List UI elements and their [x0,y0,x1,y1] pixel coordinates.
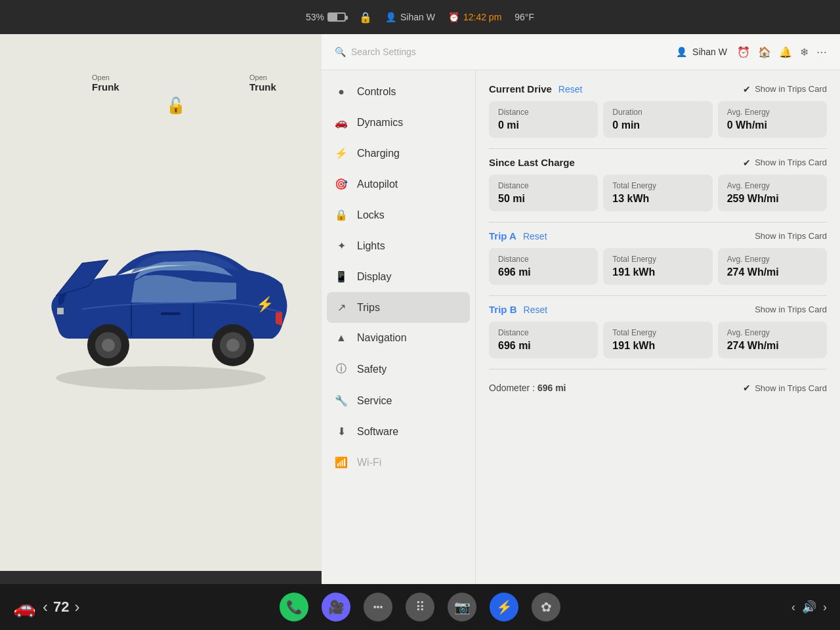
sidebar-item-lights[interactable]: ✦ Lights [322,230,475,261]
trip-a-show-trips-label: Show in Trips Card [755,231,827,241]
search-icon: 🔍 [335,47,346,57]
sidebar-item-autopilot[interactable]: 🎯 Autopilot [322,169,475,200]
settings-body: ● Controls 🚗 Dynamics ⚡ Charging 🎯 Autop… [322,70,840,630]
right-panel: 🔍 Search Settings 👤 Sihan W ⏰ 🏠 🔔 ❄ ⋯ ● [322,34,840,630]
display-label: Display [357,271,391,283]
since-last-charge-stats: Distance 50 mi Total Energy 13 kWh Avg. … [489,175,827,211]
since-last-charge-header: Since Last Charge ✔ Show in Trips Card [489,157,827,168]
odometer-check: ✔ [743,383,751,393]
current-drive-reset[interactable]: Reset [558,84,583,94]
trip-b-reset[interactable]: Reset [524,304,548,315]
trip-b-total-energy: Total Energy 191 kWh [603,322,712,358]
frunk-open-label: Open [92,74,119,81]
sidebar-item-navigation[interactable]: ▲ Navigation [322,323,475,353]
slc-total-energy-value: 13 kWh [612,193,703,205]
trip-a-total-energy-label: Total Energy [612,255,703,264]
vol-left-button[interactable]: ‹ [791,600,795,614]
time-info: ⏰ 12:42 pm [448,12,501,22]
car-svg [30,211,292,394]
odometer-show-trips[interactable]: ✔ Show in Trips Card [743,383,827,393]
controls-icon: ● [335,86,348,98]
service-icon: 🔧 [335,394,348,407]
trip-b-show-trips-label: Show in Trips Card [755,304,827,314]
since-last-charge-show-trips[interactable]: ✔ Show in Trips Card [743,158,827,168]
trip-a-distance-label: Distance [498,255,589,264]
trip-a-distance-value: 696 mi [498,266,589,278]
trip-a-show-trips[interactable]: Show in Trips Card [755,231,827,241]
user-name: Sihan W [400,12,435,22]
lights-icon: ✦ [335,240,348,252]
taskbar-right: ‹ 🔊 › [791,600,827,614]
odometer-show-trips-label: Show in Trips Card [755,383,827,393]
header-user: 👤 Sihan W [676,47,727,57]
trunk-label[interactable]: Open Trunk [249,74,276,93]
safety-icon: ⓘ [335,362,348,376]
header-clock-icon: ⏰ [737,46,750,58]
grid-button[interactable]: ⠿ [406,593,434,621]
svg-rect-7 [161,312,180,315]
sidebar-item-charging[interactable]: ⚡ Charging [322,138,475,169]
current-time: 12:42 pm [463,12,501,22]
current-drive-stats: Distance 0 mi Duration 0 min Avg. Energy… [489,101,827,138]
sidebar-item-dynamics[interactable]: 🚗 Dynamics [322,107,475,138]
slc-avg-energy: Avg. Energy 259 Wh/mi [718,175,827,211]
car-status-icon: 🚗 [13,597,36,618]
current-drive-show-trips[interactable]: ✔ Show in Trips Card [743,84,827,94]
navigation-icon: ▲ [335,332,348,344]
trunk-open-icon: 🔓 [166,96,186,115]
software-label: Software [357,426,398,438]
clock-icon: ⏰ [448,12,459,22]
dynamics-icon: 🚗 [335,116,348,129]
camera-button[interactable]: 🎥 [322,593,350,621]
since-last-charge-check: ✔ [743,158,751,168]
trip-b-title: Trip B [489,304,517,315]
since-last-charge-section: Since Last Charge ✔ Show in Trips Card D… [489,157,827,211]
sidebar-item-wifi[interactable]: 📶 Wi-Fi [322,447,475,478]
trip-b-avg-energy-value: 274 Wh/mi [727,340,818,352]
screen-button[interactable]: 📷 [448,593,476,621]
phone-button[interactable]: 📞 [280,593,308,621]
odometer-info: Odometer : 696 mi [489,383,566,393]
trip-b-avg-energy-label: Avg. Energy [727,328,818,337]
vol-right-button[interactable]: › [823,600,827,614]
sidebar-item-service[interactable]: 🔧 Service [322,385,475,416]
trip-a-title: Trip A [489,230,516,242]
locks-label: Locks [357,209,385,221]
temp-display: 72 [53,598,69,616]
fan-button[interactable]: ✿ [532,593,560,621]
left-panel: Open Frunk Open Trunk 🔓 [0,34,322,630]
dynamics-label: Dynamics [357,117,403,129]
user-info: 👤 Sihan W [385,12,435,22]
temperature-control[interactable]: ‹ 72 › [43,598,79,616]
trip-a-avg-energy-label: Avg. Energy [727,255,818,264]
autopilot-label: Autopilot [357,178,398,190]
current-drive-distance-label: Distance [498,108,589,117]
trip-b-header: Trip B Reset Show in Trips Card [489,304,827,315]
frunk-label[interactable]: Open Frunk [92,74,119,93]
more-button[interactable]: ••• [364,593,392,621]
main-container: Open Frunk Open Trunk 🔓 [0,34,840,630]
trip-a-reset[interactable]: Reset [523,231,547,242]
bluetooth-button[interactable]: ⚡ [490,593,518,621]
sidebar-item-controls[interactable]: ● Controls [322,77,475,107]
wifi-label: Wi-Fi [357,457,381,469]
sidebar-item-safety[interactable]: ⓘ Safety [322,353,475,385]
temp-down-button[interactable]: ‹ [43,598,48,616]
sidebar-item-locks[interactable]: 🔒 Locks [322,200,475,230]
battery-icon [327,12,346,22]
temp-up-button[interactable]: › [74,598,79,616]
current-drive-avg-energy: Avg. Energy 0 Wh/mi [718,101,827,138]
software-icon: ⬇ [335,425,348,438]
taskbar-icons: 📞 🎥 ••• ⠿ 📷 ⚡ ✿ [280,593,560,621]
sidebar-item-software[interactable]: ⬇ Software [322,416,475,447]
sidebar-item-display[interactable]: 📱 Display [322,261,475,292]
header-bell-icon: 🔔 [779,46,792,58]
sidebar-item-trips[interactable]: ↗ Trips [327,292,470,323]
search-area[interactable]: 🔍 Search Settings [335,47,666,57]
trip-b-show-trips[interactable]: Show in Trips Card [755,304,827,314]
current-drive-duration-value: 0 min [612,119,703,131]
trip-a-avg-energy: Avg. Energy 274 Wh/mi [718,248,827,285]
header-more-icon: ⋯ [816,46,827,58]
slc-total-energy-label: Total Energy [612,181,703,190]
lock-status-icon: 🔒 [359,11,372,24]
